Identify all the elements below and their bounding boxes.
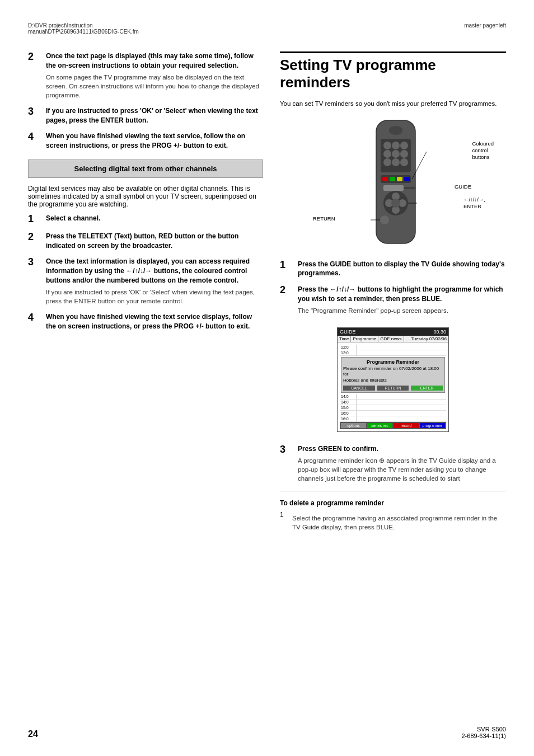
step-3-content: If you are instructed to press 'OK' or '… [46,106,263,125]
step-4-bold: When you have finished viewing the text … [46,132,263,151]
col-gde: GDE news [378,336,404,342]
enter-btn[interactable]: ENTER [411,386,443,391]
right-step-3-num: 3 [280,444,296,456]
right-step-1: 1 Press the GUIDE button to display the … [280,260,506,279]
sub-step-4-bold: When you have finished viewing the text … [46,312,263,331]
svg-point-3 [383,142,391,149]
model-name: SVR-S500 [462,726,507,732]
sub-step-3-normal: If you are instructed to press 'OK' or '… [46,288,263,306]
delete-step-1-text: Select the programme having an associate… [292,514,506,532]
right-step-1-num: 1 [280,260,296,271]
table-row: 14:0 [340,400,446,405]
svg-point-9 [383,158,391,166]
sub-step-3: 3 Once the text information is displayed… [28,257,263,306]
modal-buttons: CANCEL RETURN ENTER [343,386,443,391]
label-guide: GUIDE [455,184,471,190]
step-4: 4 When you have finished viewing the tex… [28,132,263,151]
sub-step-1-num: 1 [28,214,44,225]
svg-point-8 [400,150,408,158]
svg-point-11 [400,158,408,166]
guide-popup-cols: Time Programme GDE news Tuesday 07/02/06 [338,336,448,342]
return-btn[interactable]: RETURN [377,386,409,391]
right-step-3-bold: Press GREEN to confirm. [298,444,506,454]
sub-step-1: 1 Select a channel. [28,214,263,225]
bottom-btn-3: record [394,423,419,428]
header-right: master page=left [464,22,506,35]
step-3-num: 3 [28,106,44,118]
part-number: 2-689-634-11(1) [462,732,507,739]
sub-step-3-content: Once the text information is displayed, … [46,257,263,306]
right-step-2-normal: The "Programme Reminder" pop-up screen a… [298,306,506,315]
page-number: 24 [28,729,38,739]
sub-step-3-num: 3 [28,257,44,268]
right-column: Setting TV programme reminders You can s… [280,51,506,538]
sub-intro: Digital text services may also be availa… [28,185,263,208]
svg-point-10 [392,158,400,166]
left-column: 2 Once the text page is displayed (this … [28,51,263,538]
guide-popup-rows: 12:0 12:0 [340,345,446,356]
sub-step-1-content: Select a channel. [46,214,263,223]
page-container: D:\DVR project\Instruction manual\DTP\26… [0,0,534,756]
step-4-num: 4 [28,132,44,143]
label-coloured: Coloured control buttons [472,140,494,161]
sub-step-3-bold: Once the text information is displayed, … [46,257,263,285]
sub-step-2-content: Press the TELETEXT (Text) button, RED bu… [46,232,263,251]
col-programme: Programme [351,336,378,342]
section-title: Setting TV programme reminders [280,51,506,91]
right-step-2-bold: Press the ←/↑/↓/→ buttons to highlight t… [298,285,506,304]
sub-step-4: 4 When you have finished viewing the tex… [28,312,263,331]
delete-step-1: 1 Select the programme having an associa… [280,511,506,532]
sub-step-2-bold: Press the TELETEXT (Text) button, RED bu… [46,232,263,251]
bottom-btn-1: options [341,423,366,428]
header-meta: D:\DVR project\Instruction manual\DTP\26… [28,22,506,35]
right-step-3-content: Press GREEN to confirm. A programme remi… [298,444,506,483]
sub-step-2: 2 Press the TELETEXT (Text) button, RED … [28,232,263,251]
guide-popup-header-left: GUIDE [340,329,356,335]
svg-point-6 [383,150,391,158]
guide-popup: GUIDE 00:30 Time Programme GDE news Tues… [337,327,449,432]
table-row: 16:0 [340,411,446,416]
svg-rect-13 [382,177,388,181]
remote-container: Coloured control buttons GUIDE ←/↑/↓/→ [345,119,441,250]
svg-point-27 [393,233,399,238]
right-step-1-content: Press the GUIDE button to display the TV… [298,260,506,279]
svg-point-25 [392,222,399,229]
sub-section-title: Selecting digital text from other channe… [35,165,256,173]
guide-popup-body: 12:0 12:0 Programme Reminder Please conf… [338,342,448,431]
remote-svg [345,119,441,248]
right-step-3-normal: A programme reminder icon ⊕ appears in t… [298,456,506,483]
label-enter: ←/↑/↓/→, ENTER [463,196,485,210]
step-2-content: Once the text page is displayed (this ma… [46,51,263,100]
svg-rect-16 [404,177,410,181]
label-return: RETURN [313,215,335,222]
svg-point-28 [401,228,407,234]
table-row: 12:0 [340,345,446,350]
guide-popup-header: GUIDE 00:30 [338,328,448,336]
table-row: 16:0 [340,416,446,422]
col-date: Tuesday 07/02/06 [409,336,448,342]
step-2: 2 Once the text page is displayed (this … [28,51,263,100]
svg-point-24 [380,215,389,224]
cancel-btn[interactable]: CANCEL [343,386,375,391]
svg-point-23 [391,199,400,208]
table-row: 15:0 [340,405,446,411]
svg-rect-15 [397,177,402,181]
guide-bottom-bar: options series rec record programme [340,422,446,429]
step-3: 3 If you are instructed to press 'OK' or… [28,106,263,125]
right-step-3: 3 Press GREEN to confirm. A programme re… [280,444,506,483]
guide-popup-rows-bottom: 14:0 14:0 15:0 16:0 16:0 [340,394,446,422]
right-step-2-num: 2 [280,285,296,296]
modal-title: Programme Reminder [343,359,443,365]
table-row: 12:0 [340,350,446,356]
two-col-layout: 2 Once the text page is displayed (this … [28,51,506,538]
modal-text: Please confirm reminder on 07/02/2006 at… [343,366,443,383]
section-intro: You can set TV reminders so you don't mi… [280,99,506,109]
step-2-num: 2 [28,51,44,63]
step-2-bold: Once the text page is displayed (this ma… [46,51,263,71]
sub-section-box: Selecting digital text from other channe… [28,159,263,178]
step-3-bold: If you are instructed to press 'OK' or '… [46,106,263,125]
delete-step-1-content: Select the programme having an associate… [292,511,506,532]
step-4-content: When you have finished viewing the text … [46,132,263,151]
svg-point-5 [400,142,408,149]
step-2-normal: On some pages the TV programme may also … [46,73,263,100]
